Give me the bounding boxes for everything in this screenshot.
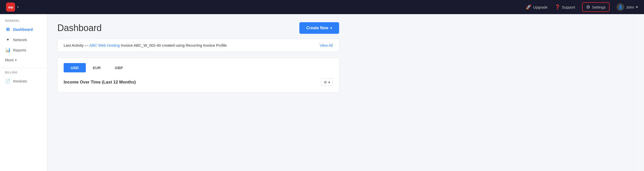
create-new-caret-icon: ▾ — [330, 26, 332, 30]
user-menu[interactable]: 👤 John ▾ — [617, 3, 638, 11]
support-button[interactable]: ❓ Support — [555, 4, 575, 10]
sidebar-item-dashboard[interactable]: ⊞ Dashboard — [0, 24, 47, 35]
topnav-actions: 🚀 Upgrade ❓ Support ⚙ Settings 👤 John ▾ — [526, 2, 638, 12]
sidebar-divider — [0, 68, 47, 68]
sidebar-item-label: Invoices — [13, 79, 27, 83]
gear-icon: ⚙ — [324, 80, 327, 84]
reports-icon: 📊 — [5, 47, 11, 53]
support-label: Support — [562, 5, 575, 9]
user-name: John — [626, 5, 634, 9]
gear-caret-icon: ▾ — [328, 80, 330, 84]
upgrade-button[interactable]: 🚀 Upgrade — [526, 4, 548, 10]
tab-usd[interactable]: USD — [64, 63, 86, 72]
tab-gbp[interactable]: GBP — [108, 63, 130, 72]
network-icon: ✦ — [5, 37, 11, 42]
activity-link[interactable]: ABC Web Hosting — [90, 43, 120, 47]
logo-caret-icon: ▾ — [17, 5, 19, 9]
income-header: Income Over Time (Last 12 Months) ⚙ ▾ — [64, 78, 333, 86]
settings-button[interactable]: ⚙ Settings — [582, 2, 610, 12]
page-title: Dashboard — [57, 23, 102, 33]
create-new-button[interactable]: Create New ▾ — [299, 22, 339, 34]
user-caret-icon: ▾ — [636, 5, 638, 9]
activity-suffix-text: Invoice ABC_W_002-40 created using Recur… — [121, 43, 227, 47]
activity-text: Last Activity — ABC Web Hosting Invoice … — [64, 43, 227, 47]
activity-bar: Last Activity — ABC Web Hosting Invoice … — [57, 39, 339, 52]
create-new-label: Create New — [306, 26, 328, 30]
support-icon: ❓ — [555, 4, 560, 10]
right-panel — [634, 14, 644, 171]
dashboard-header: Dashboard Create New ▾ — [57, 22, 339, 34]
sidebar-item-label: Dashboard — [13, 27, 33, 32]
settings-icon: ⚙ — [586, 4, 590, 10]
currency-tabs-wrapper: USD EUR GBP Income Over Time (Last 12 Mo… — [57, 58, 339, 92]
income-settings-button[interactable]: ⚙ ▾ — [321, 78, 333, 86]
sidebar-item-reports[interactable]: 📊 Reports — [0, 45, 47, 55]
billing-section-label: BILLING — [0, 71, 47, 76]
income-title: Income Over Time (Last 12 Months) — [64, 80, 136, 85]
sidebar-item-label: Reports — [13, 48, 26, 52]
settings-label: Settings — [592, 5, 606, 9]
main-layout: GENERAL ⊞ Dashboard ✦ Network 📊 Reports … — [0, 14, 644, 171]
sidebar: GENERAL ⊞ Dashboard ✦ Network 📊 Reports … — [0, 14, 47, 171]
more-caret-icon: ▾ — [15, 58, 17, 62]
tab-eur[interactable]: EUR — [86, 63, 108, 72]
upgrade-label: Upgrade — [533, 5, 548, 9]
top-navigation: anp ▾ 🚀 Upgrade ❓ Support ⚙ Settings 👤 J… — [0, 0, 644, 14]
invoices-icon: 📄 — [5, 78, 11, 84]
avatar: 👤 — [617, 3, 624, 11]
sidebar-item-network[interactable]: ✦ Network — [0, 35, 47, 45]
currency-tabs: USD EUR GBP — [64, 63, 333, 72]
logo-icon: anp — [6, 3, 15, 12]
dashboard-icon: ⊞ — [5, 27, 11, 32]
logo[interactable]: anp ▾ — [6, 3, 19, 12]
more-label: More — [5, 58, 14, 62]
sidebar-more-button[interactable]: More ▾ — [0, 55, 47, 65]
sidebar-item-label: Network — [13, 38, 27, 42]
upgrade-icon: 🚀 — [526, 4, 531, 10]
main-content: Dashboard Create New ▾ Last Activity — A… — [47, 14, 634, 171]
activity-prefix: Last Activity — — [64, 43, 88, 47]
view-all-link[interactable]: View All — [320, 43, 333, 47]
general-section-label: GENERAL — [0, 19, 47, 24]
sidebar-item-invoices[interactable]: 📄 Invoices — [0, 76, 47, 86]
